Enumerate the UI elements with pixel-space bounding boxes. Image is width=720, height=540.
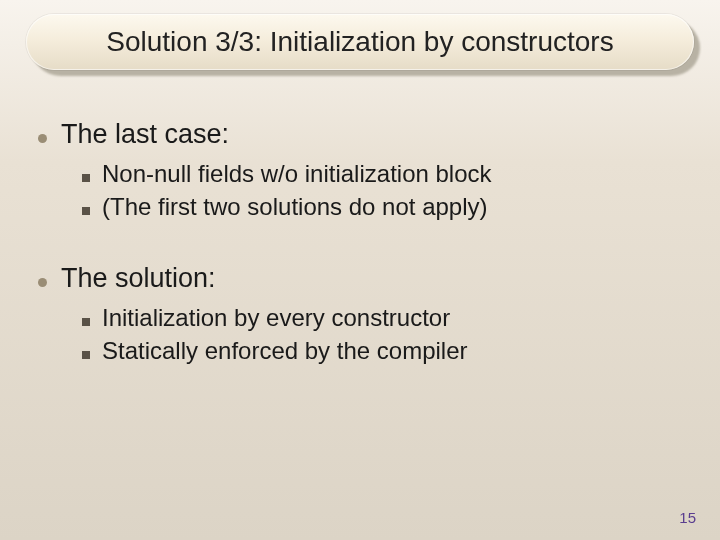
bullet-1-subgroup: Non-null fields w/o initialization block… [82,158,702,222]
bullet-dot-icon [38,134,47,143]
slide: Solution 3/3: Initialization by construc… [0,0,720,540]
bullet-dot-icon [38,278,47,287]
sub-bullet: Statically enforced by the compiler [82,335,702,366]
sub-bullet-label: (The first two solutions do not apply) [102,191,488,222]
square-bullet-icon [82,174,90,182]
square-bullet-icon [82,318,90,326]
bullet-2-label: The solution: [61,262,216,296]
bullet-1: The last case: [38,118,702,152]
sub-bullet-label: Statically enforced by the compiler [102,335,468,366]
bullet-1-label: The last case: [61,118,229,152]
square-bullet-icon [82,207,90,215]
square-bullet-icon [82,351,90,359]
bullet-2: The solution: [38,262,702,296]
sub-bullet: Non-null fields w/o initialization block [82,158,702,189]
sub-bullet: (The first two solutions do not apply) [82,191,702,222]
sub-bullet-label: Non-null fields w/o initialization block [102,158,492,189]
page-number: 15 [679,509,696,526]
title-pill: Solution 3/3: Initialization by construc… [26,14,694,70]
sub-bullet: Initialization by every constructor [82,302,702,333]
slide-title: Solution 3/3: Initialization by construc… [106,26,613,58]
sub-bullet-label: Initialization by every constructor [102,302,450,333]
content-area: The last case: Non-null fields w/o initi… [18,118,702,366]
title-container: Solution 3/3: Initialization by construc… [26,14,694,70]
bullet-2-subgroup: Initialization by every constructor Stat… [82,302,702,366]
